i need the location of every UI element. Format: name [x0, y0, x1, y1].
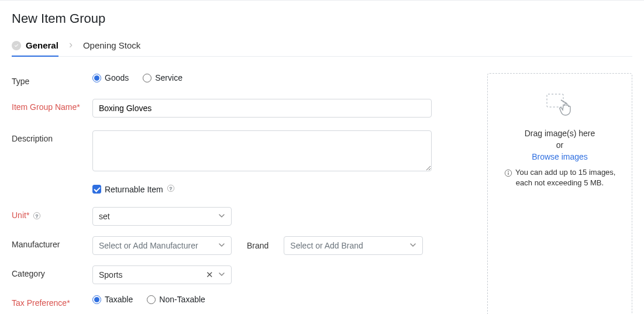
returnable-label: Returnable Item	[105, 185, 163, 194]
item-group-name-input[interactable]	[92, 99, 432, 118]
radio-non-taxable-input[interactable]	[147, 295, 156, 304]
tab-opening-stock-label: Opening Stock	[83, 40, 140, 50]
image-dropzone[interactable]: Drag image(s) here or Browse images You …	[487, 73, 632, 314]
radio-taxable-input[interactable]	[92, 295, 101, 304]
help-icon[interactable]: ?	[33, 212, 41, 220]
check-circle-icon	[12, 41, 21, 50]
label-description: Description	[12, 130, 92, 143]
tab-opening-stock[interactable]: Opening Stock	[83, 37, 140, 56]
unit-select[interactable]: set	[92, 207, 232, 226]
help-icon[interactable]: ?	[167, 184, 175, 194]
page-title: New Item Group	[12, 11, 632, 26]
radio-taxable[interactable]: Taxable	[92, 295, 133, 304]
radio-service-input[interactable]	[143, 74, 151, 82]
label-manufacturer: Manufacturer	[12, 236, 92, 249]
label-empty	[12, 184, 92, 188]
label-category: Category	[12, 265, 92, 278]
label-type: Type	[12, 73, 92, 86]
tab-general-label: General	[26, 40, 58, 50]
browse-images-link[interactable]: Browse images	[496, 152, 624, 161]
radio-goods-label: Goods	[105, 73, 129, 82]
info-icon	[504, 169, 512, 177]
tax-radiogroup: Taxable Non-Taxable	[92, 295, 464, 304]
chevron-down-icon	[218, 212, 225, 221]
svg-point-7	[508, 171, 509, 172]
radio-goods[interactable]: Goods	[92, 73, 129, 82]
upload-icon	[542, 91, 577, 120]
radio-non-taxable[interactable]: Non-Taxable	[147, 295, 205, 304]
radio-service-label: Service	[155, 73, 182, 82]
chevron-right-icon: ›	[69, 39, 73, 54]
svg-text:?: ?	[169, 186, 172, 191]
label-item-group-name: Item Group Name*	[12, 99, 92, 112]
returnable-checkbox[interactable]: Returnable Item ?	[92, 184, 175, 194]
brand-select[interactable]: Select or Add Brand	[284, 236, 423, 255]
category-value: Sports	[99, 270, 122, 280]
clear-icon[interactable]: ✕	[206, 270, 213, 280]
manufacturer-placeholder: Select or Add Manufacturer	[99, 241, 198, 250]
radio-taxable-label: Taxable	[105, 295, 133, 304]
category-select[interactable]: Sports ✕	[92, 265, 232, 284]
label-tax-preference: Tax Preference*	[12, 295, 92, 308]
manufacturer-select[interactable]: Select or Add Manufacturer	[92, 236, 232, 255]
unit-select-value: set	[99, 212, 110, 221]
radio-goods-input[interactable]	[92, 74, 101, 82]
dropzone-or: or	[496, 140, 624, 150]
svg-text:?: ?	[36, 213, 39, 219]
radio-non-taxable-label: Non-Taxable	[159, 295, 205, 304]
svg-rect-6	[508, 172, 508, 175]
dropzone-info: You can add up to 15 images, each not ex…	[496, 167, 624, 188]
tab-bar: General › Opening Stock	[12, 37, 632, 57]
radio-service[interactable]: Service	[143, 73, 182, 82]
type-radiogroup: Goods Service	[92, 73, 464, 82]
chevron-down-icon	[218, 241, 225, 250]
dropzone-info-text: You can add up to 15 images, each not ex…	[515, 168, 616, 187]
brand-placeholder: Select or Add Brand	[290, 241, 363, 250]
chevron-down-icon	[218, 270, 225, 280]
label-unit: Unit* ?	[12, 207, 92, 220]
chevron-down-icon	[409, 241, 416, 250]
dropzone-drag-text: Drag image(s) here	[496, 129, 624, 138]
label-brand: Brand	[247, 241, 268, 250]
label-unit-text: Unit*	[12, 211, 29, 220]
description-textarea[interactable]	[92, 130, 432, 171]
svg-rect-4	[547, 94, 563, 107]
returnable-checkbox-input[interactable]	[92, 185, 101, 194]
tab-general[interactable]: General	[12, 37, 58, 56]
